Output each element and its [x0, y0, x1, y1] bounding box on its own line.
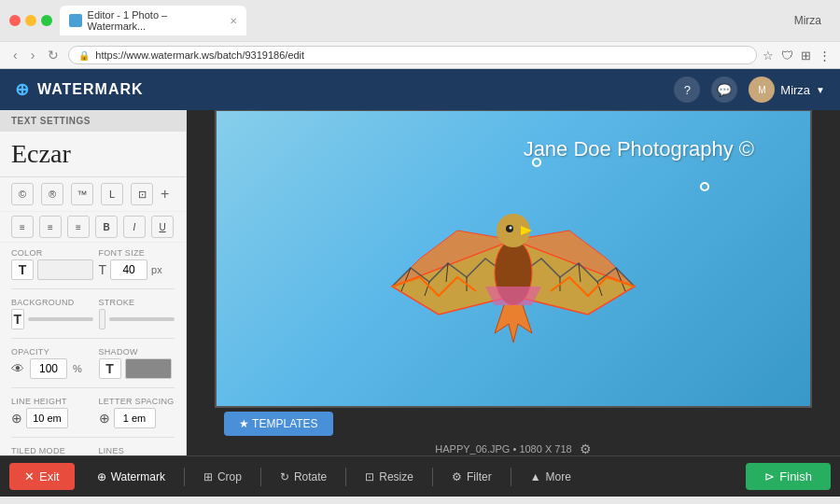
canvas-wrapper: Jane Doe Photography ©: [215, 110, 812, 408]
star-icon[interactable]: ☆: [763, 49, 774, 63]
add-symbol-btn[interactable]: +: [161, 186, 169, 203]
logo-icon: ⊕: [15, 79, 30, 100]
back-button[interactable]: ‹: [9, 46, 21, 64]
exit-button[interactable]: ✕ Exit: [9, 463, 75, 490]
stroke-swatch[interactable]: [99, 309, 106, 329]
letterspacing-section: LETTER SPACING ⊕: [93, 397, 175, 428]
eye-icon: 👁: [11, 361, 24, 376]
canvas-info: HAPPY_06.JPG • 1080 X 718 ⚙: [435, 441, 591, 455]
resize-tool-btn[interactable]: ⊡ Resize: [352, 465, 427, 489]
letterspacing-label: LETTER SPACING: [99, 397, 175, 406]
align-left-btn[interactable]: ≡: [11, 216, 34, 238]
shadow-swatch[interactable]: T: [99, 358, 121, 379]
letterspacing-icon: ⊕: [99, 411, 110, 426]
shield-icon: 🛡: [781, 49, 793, 63]
chevron-down-icon[interactable]: ▼: [816, 85, 825, 95]
user-avatar: M: [749, 77, 775, 103]
opacity-input[interactable]: [30, 358, 67, 379]
refresh-button[interactable]: ↻: [44, 46, 63, 64]
close-button[interactable]: [9, 15, 21, 26]
chat-button[interactable]: 💬: [711, 77, 737, 103]
finish-icon: ⊳: [764, 469, 775, 483]
bold-btn[interactable]: B: [95, 216, 118, 238]
extensions-icon[interactable]: ⊞: [801, 49, 811, 63]
user-name: Mirza: [780, 83, 810, 97]
menu-icon[interactable]: ⋮: [819, 49, 831, 63]
lines-label: LINES: [99, 446, 175, 455]
font-size-input[interactable]: [110, 259, 147, 280]
sidebar: TEXT SETTINGS Eczar © ® ™ L ⊡ + ≡ ≡ ≡ B …: [0, 110, 187, 455]
minimize-button[interactable]: [25, 15, 36, 26]
underline-btn[interactable]: U: [151, 216, 174, 238]
bg-swatch[interactable]: T: [11, 309, 24, 329]
help-button[interactable]: ?: [674, 77, 700, 103]
canvas-area: Jane Doe Photography ©: [187, 110, 840, 455]
header-icons: ? 💬 M Mirza ▼: [674, 77, 825, 103]
more-tool-btn[interactable]: ▲ More: [517, 465, 584, 489]
registered-btn[interactable]: ®: [41, 183, 63, 205]
stroke-section: STROKE: [93, 298, 175, 329]
bg-slider[interactable]: [28, 317, 93, 321]
tiled-lines-row: TILED MODE ⊞ LINES ✕: [11, 446, 175, 455]
resize-label: Resize: [379, 470, 413, 483]
sidebar-section-title: TEXT SETTINGS: [0, 110, 186, 132]
address-bar[interactable]: 🔒 https://www.watermark.ws/batch/9319186…: [68, 46, 757, 64]
shadow-section: SHADOW T: [93, 347, 175, 379]
forward-button[interactable]: ›: [27, 46, 39, 64]
resize-icon: ⊡: [365, 470, 374, 483]
italic-btn[interactable]: I: [123, 216, 146, 238]
crop-label: Crop: [217, 470, 242, 483]
align-center-btn[interactable]: ≡: [39, 216, 62, 238]
finish-button[interactable]: ⊳ Finish: [746, 463, 831, 490]
lineheight-icon: ⊕: [11, 411, 22, 426]
nav-icons: ☆ 🛡 ⊞ ⋮: [763, 49, 831, 63]
lineheight-input[interactable]: [26, 408, 68, 428]
logo-text: WATERMARK: [37, 81, 144, 98]
tab-favicon: [69, 14, 82, 27]
svg-point-3: [510, 227, 512, 230]
bg-label: BACKGROUND: [11, 298, 93, 307]
canvas-settings-icon[interactable]: ⚙: [580, 441, 592, 455]
browser-nav: ‹ › ↻ 🔒 https://www.watermark.ws/batch/9…: [0, 41, 840, 68]
align-right-btn[interactable]: ≡: [67, 216, 90, 238]
flag-btn[interactable]: L: [101, 183, 123, 205]
px-unit: px: [151, 264, 162, 275]
templates-button[interactable]: ★ TEMPLATES: [224, 412, 333, 436]
more-chevron-icon: ▲: [530, 470, 541, 483]
watermark-icon: ⊕: [97, 470, 106, 483]
header-user: M Mirza ▼: [749, 77, 825, 103]
lines-section: LINES ✕: [93, 446, 175, 455]
trademark-btn[interactable]: ™: [71, 183, 93, 205]
app: ⊕ WATERMARK ? 💬 M Mirza ▼ TEXT SETTINGS …: [0, 69, 840, 497]
filter-tool-btn[interactable]: ⚙ Filter: [439, 465, 505, 489]
color-input[interactable]: [37, 259, 93, 280]
color-swatch[interactable]: T: [11, 259, 34, 280]
stroke-label: STROKE: [99, 298, 175, 307]
traffic-lights: [9, 15, 52, 26]
templates-label: ★ TEMPLATES: [239, 417, 318, 430]
tiled-section: TILED MODE ⊞: [11, 446, 93, 455]
bottom-toolbar: ✕ Exit ⊕ Watermark ⊞ Crop ↻ Rotate ⊡ Res…: [0, 455, 840, 497]
toolbar-separator-3: [345, 468, 346, 486]
copyright-btn[interactable]: ©: [11, 183, 34, 205]
filename-text: HAPPY_06.JPG • 1080 X 718: [435, 443, 571, 455]
image-btn[interactable]: ⊡: [131, 183, 153, 205]
browser-user: Mirza: [794, 14, 831, 27]
rotate-tool-btn[interactable]: ↻ Rotate: [267, 465, 340, 489]
bg-stroke-row: BACKGROUND T STROKE: [11, 298, 175, 329]
canvas-image[interactable]: Jane Doe Photography ©: [215, 110, 812, 408]
tiled-label: TILED MODE: [11, 446, 93, 455]
crop-tool-btn[interactable]: ⊞ Crop: [190, 465, 255, 489]
letterspacing-input[interactable]: [114, 408, 156, 428]
font-size-icon: T: [99, 262, 107, 277]
watermark-handle-br[interactable]: [700, 182, 709, 191]
shadow-color[interactable]: [125, 358, 172, 379]
toolbar-separator-4: [432, 468, 433, 486]
browser-tab[interactable]: Editor - 1 Photo – Watermark... ✕: [60, 6, 246, 35]
watermark-tool-btn[interactable]: ⊕ Watermark: [84, 465, 178, 489]
toolbar-separator-2: [260, 468, 261, 486]
tab-close-button[interactable]: ✕: [230, 16, 237, 26]
maximize-button[interactable]: [41, 15, 52, 26]
stroke-slider[interactable]: [109, 317, 175, 321]
filter-label: Filter: [467, 470, 492, 483]
